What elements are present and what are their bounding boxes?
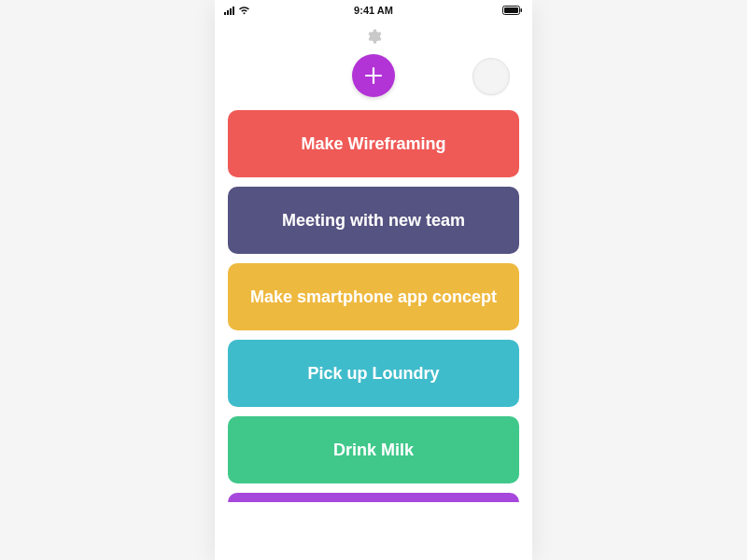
task-list: Make Wireframing Meeting with new team M… (215, 110, 532, 560)
add-task-button[interactable] (352, 54, 395, 97)
plus-icon (363, 65, 384, 86)
svg-rect-2 (521, 8, 523, 12)
secondary-circle-button[interactable] (472, 58, 510, 95)
gear-icon (365, 32, 382, 48)
task-card[interactable]: Make smartphone app concept (228, 263, 519, 330)
phone-frame: 9:41 AM Make Wireframing Meeting with ne… (215, 0, 532, 560)
status-left (224, 6, 250, 15)
cellular-signal-icon (224, 7, 234, 15)
status-right (502, 6, 523, 15)
status-time: 9:41 AM (354, 5, 393, 16)
task-card[interactable]: Drink Milk (228, 416, 519, 483)
task-card[interactable]: Pick up Loundry (228, 340, 519, 407)
header (215, 21, 532, 110)
svg-rect-1 (504, 7, 518, 13)
wifi-icon (238, 6, 250, 15)
status-bar: 9:41 AM (215, 0, 532, 21)
task-card[interactable]: Meeting with new team (228, 187, 519, 254)
task-card[interactable] (228, 493, 519, 502)
task-card[interactable]: Make Wireframing (228, 110, 519, 177)
battery-icon (502, 6, 523, 15)
settings-button[interactable] (365, 28, 382, 49)
